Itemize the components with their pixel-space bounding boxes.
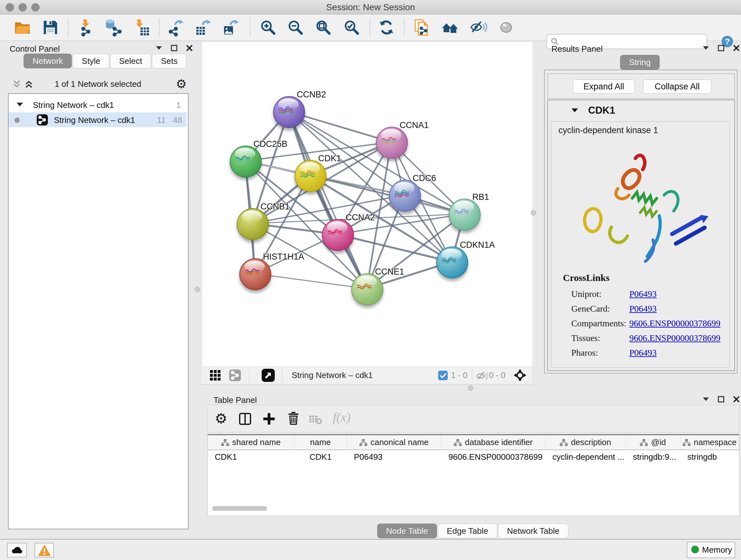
edge-hist1h1a-ccne1[interactable] [255,273,367,289]
show-all-icon[interactable] [497,18,515,37]
grid-view-icon[interactable] [210,370,221,381]
crosslink-link[interactable]: P06493 [629,304,657,314]
table-panel-close-icon[interactable] [733,396,740,402]
save-session-icon[interactable] [42,18,59,37]
birdseye-view-icon[interactable] [514,369,527,382]
tab-style[interactable]: Style [73,54,109,68]
column-header-label: description [571,437,611,447]
gene-section: CDK1 cyclin-dependent kinase 1 [547,100,735,371]
tab-network[interactable]: Network [23,54,72,68]
import-network-from-database-icon[interactable] [105,18,122,37]
share-document-icon[interactable] [413,18,431,37]
memory-button[interactable]: Memory [687,542,735,558]
control-panel-caret-down-icon[interactable] [156,46,162,51]
hide-selected-icon[interactable] [469,18,487,37]
column-header--id[interactable]: @id [626,435,680,449]
node-ccnb2[interactable] [273,96,305,128]
column-header-namespace[interactable]: namespace [680,435,739,449]
left-splitter-handle[interactable] [195,287,200,292]
results-panel-float-icon[interactable] [718,45,724,51]
add-column-icon[interactable] [263,413,275,425]
column-header-description[interactable]: description [545,435,626,449]
crosslink-link[interactable]: P06493 [629,348,657,358]
network-collection-row[interactable]: String Network – cdk1 1 [9,98,187,112]
selected-checkbox-icon[interactable] [438,371,448,380]
table-cell: CDK1 [208,450,294,463]
horizontal-splitter-handle[interactable] [468,385,473,391]
table-row[interactable]: CDK1CDK1P064939606.ENSP00000378699cyclin… [208,450,739,463]
memory-status-icon [691,546,699,553]
node-ccna2[interactable] [322,219,354,251]
node-cdk1[interactable] [294,160,327,192]
tab-node-table[interactable]: Node Table [377,523,437,538]
crosslink-link[interactable]: 9606.ENSP00000378699 [629,318,720,328]
collapse-all-button[interactable]: Collapse All [643,79,711,94]
memory-label: Memory [702,545,732,555]
hidden-eye-icon[interactable] [475,370,488,381]
control-panel-float-icon[interactable] [171,45,178,51]
zoom-fit-icon[interactable] [314,18,332,37]
column-header-name[interactable]: name [294,435,347,449]
zoom-selected-icon[interactable] [343,18,360,37]
delete-column-icon[interactable] [287,412,299,425]
crosslink-link[interactable]: 9606.ENSP00000378699 [629,333,720,343]
tab-select[interactable]: Select [110,54,151,68]
open-session-icon[interactable] [13,18,31,37]
export-table-icon[interactable] [194,18,212,37]
string-view-badge-icon[interactable] [229,369,241,381]
results-panel-close-icon[interactable] [733,45,740,51]
zoom-in-icon[interactable] [259,18,277,37]
table-panel-float-icon[interactable] [718,396,724,402]
node-cdc6[interactable] [389,180,421,212]
tab-network-table[interactable]: Network Table [498,523,568,538]
node-ccna1[interactable] [376,127,408,159]
node-cdc25b[interactable] [230,145,262,178]
cloud-button[interactable] [7,543,27,557]
annotation-mode-icon[interactable] [262,369,275,382]
network-row[interactable]: String Network – cdk1 11 48 [9,112,187,127]
zoom-out-icon[interactable] [286,18,305,37]
right-splitter-handle[interactable] [531,210,536,215]
gear-icon[interactable]: ⚙ [176,78,187,90]
node-ccne1[interactable] [351,273,383,305]
home-view-icon[interactable] [441,18,459,37]
warning-button[interactable] [35,543,54,557]
node-label-ccna1: CCNA1 [400,120,429,130]
function-builder-icon: f(x) [333,410,351,425]
tab-sets[interactable]: Sets [152,54,186,68]
crosslinks-title: CrossLinks [563,272,610,283]
refresh-view-icon[interactable] [378,18,395,37]
gene-disclosure-icon[interactable] [571,107,579,113]
crosslink-row: Compartments:9606.ENSP00000378699 [551,318,730,332]
network-edge-count: 48 [166,115,182,125]
control-panel-close-icon[interactable] [186,45,193,51]
crosslink-label: Uniprot: [571,289,602,299]
gene-section-header[interactable]: CDK1 [548,100,734,121]
column-header-database-identifier[interactable]: database identifier [441,435,545,449]
protein-thumbnail-icon [234,153,252,168]
edge-ccnb2-ccne1[interactable] [288,111,367,289]
export-network-icon[interactable] [167,18,185,37]
results-panel-caret-down-icon[interactable] [703,46,709,51]
network-canvas[interactable]: CCNB2CCNA1CDC25BCDK1CDC6RB1CCNB1CCNA2CDK… [202,42,533,367]
toolbar-separator [68,18,69,37]
tab-string[interactable]: String [620,55,660,70]
column-header-shared-name[interactable]: shared name [208,435,294,449]
column-header-canonical-name[interactable]: canonical name [347,435,441,449]
export-image-icon[interactable] [222,18,240,37]
crosslink-link[interactable]: P06493 [629,289,657,299]
protein-thumbnail-icon [244,266,261,280]
tab-edge-table[interactable]: Edge Table [438,523,497,538]
node-hist1h1a[interactable] [239,258,271,290]
node-ccnb1[interactable] [237,208,269,240]
collection-disclosure-icon[interactable] [16,102,23,107]
import-table-icon[interactable] [133,18,151,37]
expand-all-button[interactable]: Expand All [573,79,635,94]
table-gear-icon[interactable]: ⚙ [215,412,227,426]
table-panel-caret-down-icon[interactable] [703,397,709,401]
table-horizontal-scrollbar[interactable] [212,506,267,511]
node-cdkn1a[interactable] [436,246,468,278]
node-rb1[interactable] [449,199,481,231]
manage-columns-icon[interactable] [239,413,251,425]
import-network-icon[interactable] [77,18,95,37]
